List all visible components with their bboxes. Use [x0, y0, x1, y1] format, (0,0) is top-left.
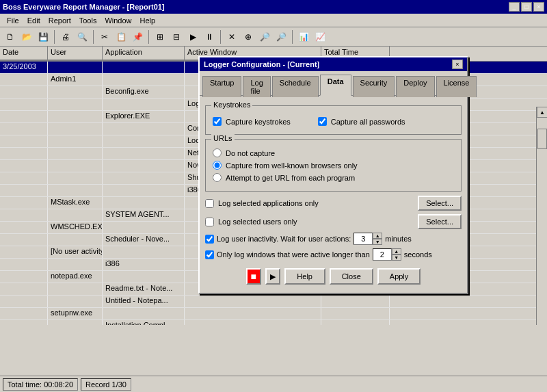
all-programs-radio[interactable]: [213, 173, 222, 182]
radio-all-programs: Attempt to get URL from each program: [213, 173, 454, 182]
inactivity-unit-label: minutes: [385, 235, 412, 243]
total-time-status: Total time: 00:08:20: [3, 378, 78, 391]
tab-data[interactable]: Data: [320, 75, 351, 96]
vertical-scrollbar[interactable]: ▲ ▼: [536, 107, 547, 325]
play-button[interactable]: ▶: [265, 268, 280, 285]
radio-no-capture: Do not capture: [213, 148, 454, 157]
inactivity-spinbox: 3 ▲ ▼: [353, 233, 382, 245]
menu-bar: File Edit Report Tools Window Help: [0, 14, 547, 27]
minimize-btn[interactable]: _: [509, 2, 520, 12]
no-capture-radio[interactable]: [213, 148, 222, 157]
toolbar: 🗋 📂 💾 🖨 🔍 ✂ 📋 📌 ⊞ ⊟ ▶ ⏸ ✕ ⊕ 🔎 🔎 📊 📈: [0, 27, 547, 47]
menu-file[interactable]: File: [3, 16, 23, 25]
close-btn[interactable]: ×: [533, 2, 544, 12]
capture-keystrokes-label: Capture keystrokes: [226, 118, 291, 126]
tab-bar: Startup Log file Schedule Data Security …: [200, 71, 467, 96]
menu-help[interactable]: Help: [136, 16, 160, 25]
only-active-label: Only log windows that were active longer…: [217, 250, 370, 259]
menu-edit[interactable]: Edit: [23, 16, 44, 25]
record-status: Record 1/30: [81, 378, 131, 391]
toolbar-btn10[interactable]: 📈: [312, 29, 328, 44]
help-button[interactable]: Help: [284, 268, 325, 285]
active-unit-label: seconds: [404, 250, 432, 259]
active-spin-up[interactable]: ▲: [392, 248, 401, 254]
toolbar-sep2: [93, 30, 94, 44]
scroll-up-btn[interactable]: ▲: [537, 107, 547, 118]
dialog-button-row: ■ ▶ Help Close Apply: [205, 264, 462, 287]
toolbar-btn3[interactable]: ▶: [185, 29, 200, 44]
toolbar-btn5[interactable]: ✕: [224, 29, 239, 44]
log-users-row: Log selected users only: [205, 218, 297, 226]
no-capture-label: Do not capture: [226, 149, 275, 157]
toolbar-btn1[interactable]: ⊞: [152, 29, 168, 44]
menu-report[interactable]: Report: [44, 16, 75, 25]
dialog-body: Keystrokes Capture keystrokes Capture al…: [200, 96, 467, 293]
cell-date: 3/25/2003: [0, 62, 48, 73]
dialog-title-bar: Logger Configuration - [Current] ×: [200, 57, 467, 71]
toolbar-btn6[interactable]: ⊕: [241, 29, 256, 44]
toolbar-print[interactable]: 🖨: [58, 29, 73, 44]
tab-startup[interactable]: Startup: [202, 76, 241, 97]
log-inactivity-label: Log user inactivity. Wait for user actio…: [217, 235, 351, 243]
select-users-button[interactable]: Select...: [418, 214, 462, 229]
inactivity-spin-down[interactable]: ▼: [373, 239, 382, 245]
well-known-label: Capture from well-known browsers only: [226, 161, 358, 170]
capture-passwords-label: Capture all passwords: [331, 118, 405, 126]
active-spin-down[interactable]: ▼: [392, 254, 401, 261]
well-known-radio[interactable]: [213, 161, 222, 170]
menu-window[interactable]: Window: [101, 16, 135, 25]
table-row[interactable]: Installation Compl...: [0, 320, 547, 325]
active-input[interactable]: 2: [373, 248, 392, 261]
log-inactivity-checkbox[interactable]: [205, 235, 214, 244]
only-active-row: Only log windows that were active longer…: [205, 248, 462, 261]
stop-button[interactable]: ■: [246, 268, 261, 285]
toolbar-btn7[interactable]: 🔎: [257, 29, 272, 44]
close-button[interactable]: Close: [330, 268, 373, 285]
scroll-thumb[interactable]: [537, 129, 547, 149]
table-row[interactable]: setupnw.exe: [0, 308, 547, 320]
toolbar-open[interactable]: 📂: [19, 29, 34, 44]
toolbar-btn2[interactable]: ⊟: [169, 29, 184, 44]
tab-security[interactable]: Security: [353, 76, 395, 97]
toolbar-new[interactable]: 🗋: [3, 29, 18, 44]
title-bar: Boss Everyware Report Manager - [Report0…: [0, 0, 547, 14]
toolbar-cut[interactable]: ✂: [97, 29, 112, 44]
tab-license[interactable]: License: [436, 76, 477, 97]
col-app-header[interactable]: Application: [103, 47, 185, 61]
toolbar-btn9[interactable]: 📊: [296, 29, 311, 44]
only-active-checkbox[interactable]: [205, 250, 214, 259]
log-selected-users-label: Log selected users only: [218, 218, 297, 226]
log-selected-apps-checkbox[interactable]: [205, 199, 214, 208]
app-title: Boss Everyware Report Manager - [Report0…: [3, 3, 165, 11]
toolbar-btn8[interactable]: 🔎: [274, 29, 289, 44]
select-apps-button[interactable]: Select...: [418, 196, 462, 211]
toolbar-preview[interactable]: 🔍: [75, 29, 90, 44]
cell-user: [48, 62, 103, 73]
table-row[interactable]: Untitled - Notepa...: [0, 296, 547, 308]
inactivity-spin-up[interactable]: ▲: [373, 233, 382, 239]
menu-tools[interactable]: Tools: [75, 16, 101, 25]
col-date-header[interactable]: Date: [0, 47, 48, 61]
inactivity-input[interactable]: 3: [353, 233, 373, 245]
log-selected-users-checkbox[interactable]: [205, 218, 214, 226]
toolbar-sep5: [292, 30, 293, 44]
dialog-title-text: Logger Configuration - [Current]: [204, 60, 319, 68]
tab-schedule[interactable]: Schedule: [272, 76, 319, 97]
status-bar: Total time: 00:08:20 Record 1/30: [0, 376, 547, 392]
keystrokes-group-title: Keystrokes: [211, 101, 252, 109]
tab-deploy[interactable]: Deploy: [396, 76, 434, 97]
toolbar-paste[interactable]: 📌: [130, 29, 145, 44]
capture-passwords-row: Capture all passwords: [318, 117, 405, 126]
toolbar-copy[interactable]: 📋: [114, 29, 129, 44]
capture-passwords-checkbox[interactable]: [318, 117, 327, 126]
dialog-close-btn[interactable]: ×: [452, 60, 463, 69]
toolbar-btn4[interactable]: ⏸: [202, 29, 217, 44]
log-apps-row: Log selected applications only: [205, 199, 319, 208]
maximize-btn[interactable]: □: [521, 2, 532, 12]
col-user-header[interactable]: User: [48, 47, 103, 61]
capture-keystrokes-checkbox[interactable]: [213, 117, 222, 126]
apply-button[interactable]: Apply: [377, 268, 421, 285]
tab-logfile[interactable]: Log file: [243, 76, 270, 97]
toolbar-save[interactable]: 💾: [36, 29, 51, 44]
toolbar-sep4: [220, 30, 221, 44]
